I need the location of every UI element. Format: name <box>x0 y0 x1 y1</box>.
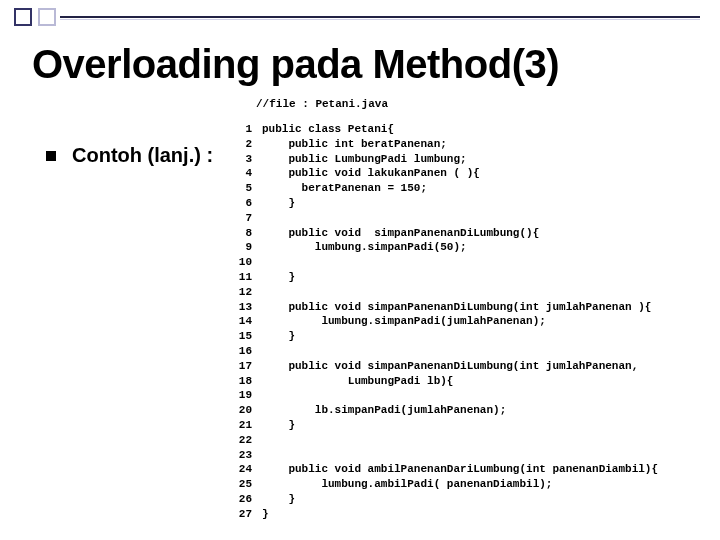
divider-line-light <box>60 19 700 20</box>
divider-line <box>60 16 700 18</box>
slide-title: Overloading pada Method(3) <box>32 42 559 87</box>
slide-decoration <box>14 8 62 26</box>
file-comment: //file : Petani.java <box>256 98 388 110</box>
code-block: 1public class Petani{ 2 public int berat… <box>230 122 658 522</box>
bullet-icon <box>46 151 56 161</box>
subtitle-row: Contoh (lanj.) : <box>46 144 213 167</box>
square-icon-light <box>38 8 56 26</box>
subtitle-text: Contoh (lanj.) : <box>72 144 213 167</box>
square-icon <box>14 8 32 26</box>
